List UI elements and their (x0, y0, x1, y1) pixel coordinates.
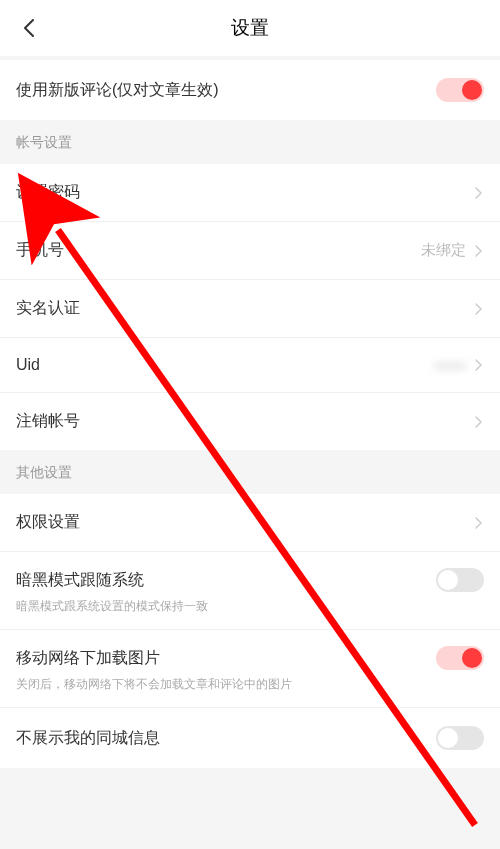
row-uid[interactable]: Uid •••••• (0, 338, 500, 393)
row-label: 手机号 (16, 240, 64, 261)
row-label: Uid (16, 356, 40, 374)
chevron-left-icon (22, 18, 38, 38)
row-label: 暗黑模式跟随系统 (16, 570, 144, 591)
toggle-dark-mode[interactable] (436, 568, 484, 592)
row-value: 未绑定 (421, 241, 466, 260)
toggle-mobile-images[interactable] (436, 646, 484, 670)
back-button[interactable] (16, 14, 44, 42)
row-delete-account[interactable]: 注销帐号 (0, 393, 500, 450)
row-label: 注销帐号 (16, 411, 80, 432)
row-set-password[interactable]: 设置密码 (0, 164, 500, 222)
row-dark-mode[interactable]: 暗黑模式跟随系统 暗黑模式跟系统设置的模式保持一致 (0, 552, 500, 630)
toggle-new-comments[interactable] (436, 78, 484, 102)
row-phone[interactable]: 手机号 未绑定 (0, 222, 500, 280)
section-account: 帐号设置 (0, 120, 500, 164)
section-other: 其他设置 (0, 450, 500, 494)
chevron-right-icon (474, 302, 484, 316)
row-sub: 暗黑模式跟系统设置的模式保持一致 (16, 598, 484, 615)
row-value: •••••• (434, 357, 466, 374)
row-hide-location[interactable]: 不展示我的同城信息 (0, 708, 500, 768)
row-real-name[interactable]: 实名认证 (0, 280, 500, 338)
chevron-right-icon (474, 358, 484, 372)
row-label: 设置密码 (16, 182, 80, 203)
chevron-right-icon (474, 186, 484, 200)
row-permissions[interactable]: 权限设置 (0, 494, 500, 552)
row-sub: 关闭后，移动网络下将不会加载文章和评论中的图片 (16, 676, 484, 693)
row-label: 使用新版评论(仅对文章生效) (16, 80, 219, 101)
row-new-comments[interactable]: 使用新版评论(仅对文章生效) (0, 60, 500, 120)
chevron-right-icon (474, 415, 484, 429)
chevron-right-icon (474, 516, 484, 530)
row-mobile-images[interactable]: 移动网络下加载图片 关闭后，移动网络下将不会加载文章和评论中的图片 (0, 630, 500, 708)
toggle-hide-location[interactable] (436, 726, 484, 750)
chevron-right-icon (474, 244, 484, 258)
row-label: 权限设置 (16, 512, 80, 533)
row-label: 移动网络下加载图片 (16, 648, 160, 669)
row-label: 不展示我的同城信息 (16, 728, 160, 749)
page-title: 设置 (231, 15, 269, 41)
row-label: 实名认证 (16, 298, 80, 319)
